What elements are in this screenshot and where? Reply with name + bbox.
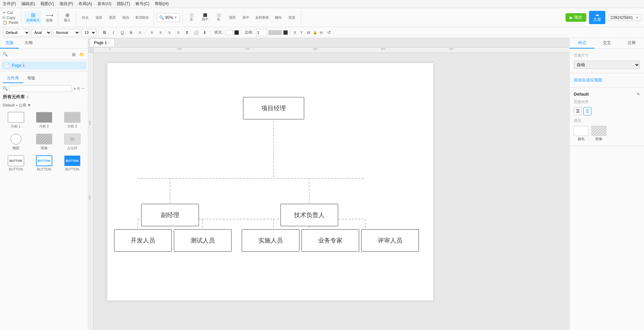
align-center-page-button[interactable]: ☰ xyxy=(583,107,591,115)
menu-file[interactable]: 文件(F) xyxy=(3,1,16,7)
adaptive-view-link[interactable]: 添加自适应视图 xyxy=(574,78,602,82)
cut-button[interactable]: ✂ Cut xyxy=(3,11,18,15)
font-select[interactable]: Arial xyxy=(31,29,52,36)
paste-button[interactable]: 📋 Paste xyxy=(3,20,18,25)
style-select[interactable]: Default xyxy=(3,29,30,36)
select-mode-button[interactable]: ⊞ 选择模式 xyxy=(24,11,42,24)
comp-item-placeholder[interactable]: ✉ 占位符 xyxy=(59,132,85,152)
comp-search-input[interactable] xyxy=(9,85,72,92)
zoom-control[interactable]: 🔍 95% ▼ xyxy=(157,13,180,22)
tab-outline[interactable]: 大纲 xyxy=(19,38,38,48)
align-right-text-button[interactable]: ≡ xyxy=(166,29,173,36)
weight-select[interactable]: Normal xyxy=(53,29,80,36)
comp-item-ellipse[interactable]: 椭圆 xyxy=(3,132,29,152)
insert-button[interactable]: ⊕ 插入 xyxy=(61,11,73,24)
border-style-box[interactable] xyxy=(283,30,288,35)
default-edit-icon[interactable]: ✎ xyxy=(637,92,640,97)
comp-item-box3[interactable]: 方框 3 xyxy=(59,111,85,130)
tab-pages[interactable]: 页面 xyxy=(0,38,19,48)
uncombine-button[interactable]: 取消组合 xyxy=(133,14,151,21)
align-left-button[interactable]: ⬜ 左 xyxy=(185,12,198,23)
vertical-button[interactable]: 竖直 xyxy=(286,14,298,21)
developer-box[interactable]: 开发人员 xyxy=(114,229,172,252)
top-layer-button[interactable]: 顶层 xyxy=(93,14,105,21)
page-1-item[interactable]: 📄 Page 1 xyxy=(1,61,87,70)
project-manager-box[interactable]: 项目经理 xyxy=(243,97,304,119)
tab-close-button[interactable]: × xyxy=(108,41,110,45)
white-page[interactable]: 项目经理 副经理 技术负责人 开发人员 xyxy=(107,63,433,300)
menu-account[interactable]: 账号(C) xyxy=(135,1,149,7)
border-width-input[interactable] xyxy=(256,29,267,36)
transform-button[interactable]: 反转形状 xyxy=(253,14,271,21)
comp-item-image[interactable]: 图像 xyxy=(31,132,57,152)
connect-button[interactable]: ⟶ 连接 xyxy=(43,11,55,24)
bold-button[interactable]: B xyxy=(101,29,108,36)
tester-box[interactable]: 测试人员 xyxy=(174,229,232,252)
tech-lead-box[interactable]: 技术负责人 xyxy=(280,204,338,226)
align-left-page-button[interactable]: ☰ xyxy=(574,107,582,115)
bottom-layer-button[interactable]: 底层 xyxy=(106,14,118,21)
vice-manager-box[interactable]: 副经理 xyxy=(141,204,199,226)
reviewer-box[interactable]: 评审人员 xyxy=(361,229,419,252)
valign-top-button[interactable]: ⬆ xyxy=(183,29,191,36)
comp-item-btn-dark[interactable]: BUTTON BUTTON xyxy=(59,154,85,173)
zoom-dropdown-icon[interactable]: ▼ xyxy=(174,16,177,19)
align-center-button[interactable]: ⬛ 居中 xyxy=(199,12,211,23)
control-point-button[interactable]: 控点 xyxy=(79,14,91,21)
menu-publish[interactable]: 发布(U) xyxy=(97,1,111,7)
horizontal-button[interactable]: 横向 xyxy=(272,14,284,21)
align-center-text-button[interactable]: ≡ xyxy=(157,29,164,36)
fill-dark-box[interactable] xyxy=(234,30,239,35)
reset-size-button[interactable]: ↺ xyxy=(325,29,333,36)
valign-bottom-button[interactable]: ⬇ xyxy=(201,29,208,36)
menu-edit[interactable]: 编辑(E) xyxy=(21,1,35,7)
tab-style[interactable]: 样式 xyxy=(570,38,594,48)
menu-view[interactable]: 视图(V) xyxy=(40,1,54,7)
justify-button[interactable]: ≡ xyxy=(174,29,182,36)
add-page-button[interactable]: ⊞ xyxy=(70,51,77,58)
comp-tab-library[interactable]: 元件库 xyxy=(3,74,23,83)
comp-item-box1[interactable]: 方框 1 xyxy=(3,111,29,130)
comp-sort-icon[interactable]: ⇅ xyxy=(26,95,29,99)
tab-note[interactable]: 注释 xyxy=(619,38,644,48)
business-expert-box[interactable]: 业务专家 xyxy=(301,229,359,252)
comp-add-button[interactable]: + xyxy=(73,86,76,91)
preview-button[interactable]: ▶ 预览 xyxy=(566,13,586,22)
menu-layout[interactable]: 布局(A) xyxy=(78,1,92,7)
zoom-value[interactable]: 95% xyxy=(165,15,173,20)
list-button[interactable]: ≡ xyxy=(136,29,144,36)
size-select[interactable]: 13 xyxy=(81,29,96,36)
menu-team[interactable]: 团队(T) xyxy=(117,1,130,7)
comp-tab-master[interactable]: 母版 xyxy=(23,74,39,83)
page-search-input[interactable] xyxy=(9,51,69,58)
implementer-box[interactable]: 实施人员 xyxy=(242,229,299,252)
menu-project[interactable]: 项目(P) xyxy=(59,1,73,7)
align-top-button[interactable]: 顶层 xyxy=(226,14,238,21)
fill-color-option[interactable]: 颜色 xyxy=(574,126,589,141)
underline-button[interactable]: U xyxy=(118,29,126,36)
share-button[interactable]: ☁ 共享 xyxy=(589,11,605,24)
canvas-scroll[interactable]: 0 200 400 600 800 100 200 400 xyxy=(88,47,569,330)
copy-button[interactable]: ⎘ Copy xyxy=(3,16,18,20)
comp-copy-button[interactable]: ⎘ xyxy=(77,86,80,91)
default-public-label[interactable]: Default » 公用 ▼ xyxy=(3,103,85,108)
id-dropdown-icon[interactable]: ▼ xyxy=(636,16,639,20)
w-lock-icon[interactable]: 🔒 xyxy=(313,31,317,34)
align-mid-button[interactable]: 居中 xyxy=(240,14,252,21)
strikethrough-button[interactable]: S xyxy=(127,29,135,36)
comp-more-button[interactable]: ⋯ xyxy=(81,86,85,91)
align-left-text-button[interactable]: ≡ xyxy=(148,29,155,36)
comp-item-box2[interactable]: 方框 2 xyxy=(31,111,57,130)
folder-button[interactable]: 📁 xyxy=(78,51,85,58)
comp-item-btn-blue[interactable]: BUTTON BUTTON xyxy=(31,154,57,173)
canvas-tab-page1[interactable]: Page 1 × xyxy=(90,39,115,46)
menu-help[interactable]: 帮助(H) xyxy=(155,1,169,7)
combine-button[interactable]: 组合 xyxy=(120,14,132,21)
tab-interact[interactable]: 交互 xyxy=(594,38,619,48)
page-size-select[interactable]: 自动 xyxy=(574,61,640,69)
valign-mid-button[interactable]: ⬜ xyxy=(192,29,200,36)
italic-button[interactable]: I xyxy=(110,29,117,36)
fill-image-option[interactable]: 图像 xyxy=(591,126,606,141)
fill-color-box[interactable] xyxy=(225,30,233,35)
border-color-box[interactable] xyxy=(268,30,282,35)
